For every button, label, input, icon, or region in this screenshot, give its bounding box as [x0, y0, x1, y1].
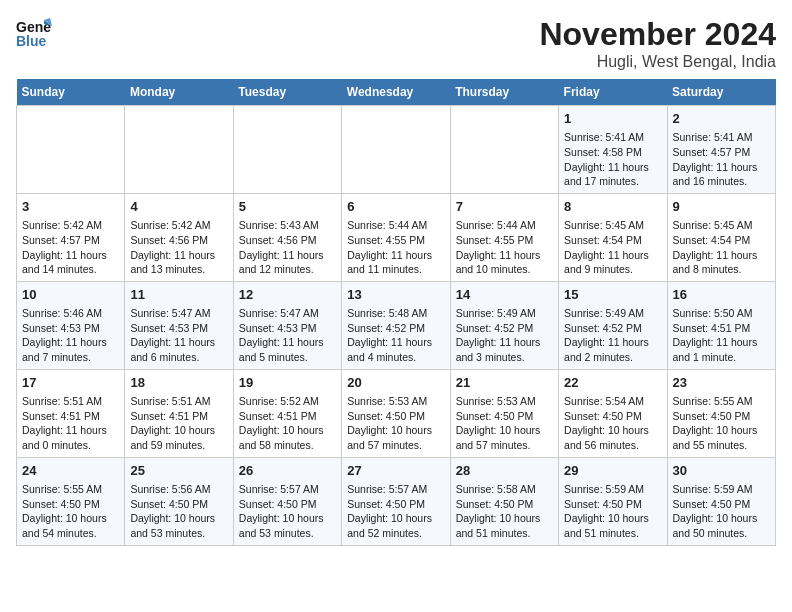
day-info: Sunrise: 5:51 AM: [22, 394, 119, 409]
page-header: General Blue November 2024 Hugli, West B…: [16, 16, 776, 71]
calendar-cell: 17Sunrise: 5:51 AMSunset: 4:51 PMDayligh…: [17, 369, 125, 457]
day-info: Sunset: 4:51 PM: [239, 409, 336, 424]
day-info: Sunset: 4:56 PM: [130, 233, 227, 248]
day-number: 8: [564, 198, 661, 216]
day-info: Sunrise: 5:42 AM: [130, 218, 227, 233]
day-info: Daylight: 10 hours and 58 minutes.: [239, 423, 336, 452]
day-number: 30: [673, 462, 770, 480]
day-info: Sunset: 4:57 PM: [22, 233, 119, 248]
calendar-cell: 10Sunrise: 5:46 AMSunset: 4:53 PMDayligh…: [17, 281, 125, 369]
weekday-header-monday: Monday: [125, 79, 233, 106]
week-row-4: 17Sunrise: 5:51 AMSunset: 4:51 PMDayligh…: [17, 369, 776, 457]
day-info: Daylight: 10 hours and 51 minutes.: [456, 511, 553, 540]
calendar-cell: 25Sunrise: 5:56 AMSunset: 4:50 PMDayligh…: [125, 457, 233, 545]
day-number: 29: [564, 462, 661, 480]
day-number: 28: [456, 462, 553, 480]
day-info: Sunset: 4:50 PM: [130, 497, 227, 512]
day-info: Sunset: 4:58 PM: [564, 145, 661, 160]
day-info: Sunset: 4:57 PM: [673, 145, 770, 160]
calendar-cell: 5Sunrise: 5:43 AMSunset: 4:56 PMDaylight…: [233, 193, 341, 281]
day-info: Daylight: 10 hours and 51 minutes.: [564, 511, 661, 540]
calendar-cell: 13Sunrise: 5:48 AMSunset: 4:52 PMDayligh…: [342, 281, 450, 369]
day-info: Sunset: 4:50 PM: [239, 497, 336, 512]
calendar-cell: 19Sunrise: 5:52 AMSunset: 4:51 PMDayligh…: [233, 369, 341, 457]
day-number: 9: [673, 198, 770, 216]
calendar-cell: 28Sunrise: 5:58 AMSunset: 4:50 PMDayligh…: [450, 457, 558, 545]
svg-text:Blue: Blue: [16, 33, 47, 49]
calendar-cell: [125, 106, 233, 194]
day-info: Sunrise: 5:53 AM: [456, 394, 553, 409]
day-info: Daylight: 10 hours and 52 minutes.: [347, 511, 444, 540]
day-info: Sunset: 4:50 PM: [22, 497, 119, 512]
day-info: Sunrise: 5:47 AM: [239, 306, 336, 321]
calendar-cell: 11Sunrise: 5:47 AMSunset: 4:53 PMDayligh…: [125, 281, 233, 369]
day-info: Daylight: 11 hours and 14 minutes.: [22, 248, 119, 277]
calendar-cell: 24Sunrise: 5:55 AMSunset: 4:50 PMDayligh…: [17, 457, 125, 545]
day-info: Sunrise: 5:41 AM: [564, 130, 661, 145]
day-info: Sunset: 4:52 PM: [347, 321, 444, 336]
day-info: Daylight: 11 hours and 17 minutes.: [564, 160, 661, 189]
calendar-cell: 21Sunrise: 5:53 AMSunset: 4:50 PMDayligh…: [450, 369, 558, 457]
day-info: Daylight: 10 hours and 57 minutes.: [456, 423, 553, 452]
weekday-header-sunday: Sunday: [17, 79, 125, 106]
calendar-cell: 4Sunrise: 5:42 AMSunset: 4:56 PMDaylight…: [125, 193, 233, 281]
day-number: 1: [564, 110, 661, 128]
week-row-1: 1Sunrise: 5:41 AMSunset: 4:58 PMDaylight…: [17, 106, 776, 194]
day-info: Sunset: 4:51 PM: [130, 409, 227, 424]
day-info: Sunrise: 5:59 AM: [673, 482, 770, 497]
day-number: 26: [239, 462, 336, 480]
week-row-3: 10Sunrise: 5:46 AMSunset: 4:53 PMDayligh…: [17, 281, 776, 369]
calendar-cell: 23Sunrise: 5:55 AMSunset: 4:50 PMDayligh…: [667, 369, 775, 457]
day-info: Sunrise: 5:48 AM: [347, 306, 444, 321]
day-info: Daylight: 11 hours and 7 minutes.: [22, 335, 119, 364]
day-info: Daylight: 11 hours and 5 minutes.: [239, 335, 336, 364]
day-info: Daylight: 10 hours and 54 minutes.: [22, 511, 119, 540]
day-info: Sunset: 4:55 PM: [456, 233, 553, 248]
day-info: Sunrise: 5:43 AM: [239, 218, 336, 233]
day-info: Sunset: 4:55 PM: [347, 233, 444, 248]
day-info: Sunrise: 5:45 AM: [564, 218, 661, 233]
day-info: Sunrise: 5:53 AM: [347, 394, 444, 409]
day-info: Daylight: 10 hours and 59 minutes.: [130, 423, 227, 452]
day-info: Sunrise: 5:58 AM: [456, 482, 553, 497]
day-info: Daylight: 10 hours and 50 minutes.: [673, 511, 770, 540]
day-number: 17: [22, 374, 119, 392]
calendar-cell: 18Sunrise: 5:51 AMSunset: 4:51 PMDayligh…: [125, 369, 233, 457]
day-info: Sunset: 4:53 PM: [22, 321, 119, 336]
day-info: Sunset: 4:51 PM: [22, 409, 119, 424]
weekday-header-wednesday: Wednesday: [342, 79, 450, 106]
day-info: Sunrise: 5:45 AM: [673, 218, 770, 233]
day-info: Sunset: 4:51 PM: [673, 321, 770, 336]
day-number: 21: [456, 374, 553, 392]
calendar-cell: 20Sunrise: 5:53 AMSunset: 4:50 PMDayligh…: [342, 369, 450, 457]
day-info: Daylight: 11 hours and 4 minutes.: [347, 335, 444, 364]
day-info: Sunrise: 5:55 AM: [673, 394, 770, 409]
day-info: Daylight: 11 hours and 6 minutes.: [130, 335, 227, 364]
day-info: Sunrise: 5:41 AM: [673, 130, 770, 145]
day-number: 3: [22, 198, 119, 216]
day-info: Daylight: 11 hours and 2 minutes.: [564, 335, 661, 364]
day-number: 10: [22, 286, 119, 304]
day-info: Sunrise: 5:46 AM: [22, 306, 119, 321]
day-info: Sunset: 4:50 PM: [673, 497, 770, 512]
day-info: Sunrise: 5:49 AM: [564, 306, 661, 321]
calendar-cell: 26Sunrise: 5:57 AMSunset: 4:50 PMDayligh…: [233, 457, 341, 545]
day-info: Sunrise: 5:52 AM: [239, 394, 336, 409]
day-number: 23: [673, 374, 770, 392]
day-number: 22: [564, 374, 661, 392]
day-info: Daylight: 11 hours and 0 minutes.: [22, 423, 119, 452]
day-info: Daylight: 11 hours and 10 minutes.: [456, 248, 553, 277]
calendar-cell: [450, 106, 558, 194]
day-info: Sunrise: 5:57 AM: [239, 482, 336, 497]
calendar-cell: 27Sunrise: 5:57 AMSunset: 4:50 PMDayligh…: [342, 457, 450, 545]
day-number: 6: [347, 198, 444, 216]
day-info: Sunrise: 5:50 AM: [673, 306, 770, 321]
day-info: Daylight: 11 hours and 8 minutes.: [673, 248, 770, 277]
day-info: Sunset: 4:54 PM: [564, 233, 661, 248]
day-info: Sunrise: 5:49 AM: [456, 306, 553, 321]
calendar-cell: 6Sunrise: 5:44 AMSunset: 4:55 PMDaylight…: [342, 193, 450, 281]
day-info: Daylight: 10 hours and 53 minutes.: [130, 511, 227, 540]
day-info: Daylight: 11 hours and 13 minutes.: [130, 248, 227, 277]
day-info: Daylight: 11 hours and 1 minute.: [673, 335, 770, 364]
day-number: 12: [239, 286, 336, 304]
